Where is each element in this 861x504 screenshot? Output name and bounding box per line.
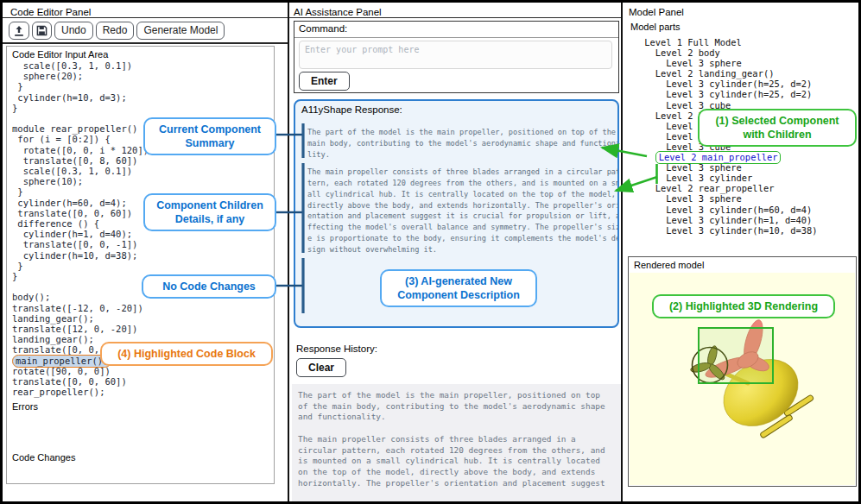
command-label: Command:: [299, 23, 347, 34]
response-paragraph-details: The main propeller consists of three bla…: [307, 167, 619, 255]
a11yshape-app-window: Code Editor Panel Undo Redo Generate Mod…: [0, 0, 861, 504]
code-changes-section-label: Code Changes: [12, 452, 274, 463]
command-section: Command: Enter: [294, 21, 619, 93]
model-panel-title: Model Panel: [629, 7, 684, 17]
response-history-label: Response History:: [296, 343, 377, 354]
code-editor-panel-title: Code Editor Panel: [10, 7, 91, 17]
redo-button[interactable]: Redo: [96, 22, 135, 40]
callout-highlighted-3d-rendering: (2) Highlighted 3D Rendering: [652, 294, 835, 318]
divider: [289, 17, 621, 19]
save-icon: [36, 25, 47, 36]
clear-button[interactable]: Clear: [296, 358, 346, 377]
divider: [3, 17, 288, 19]
divider: [294, 37, 618, 38]
rendered-model-label: Rendered model: [634, 260, 704, 270]
callout-component-children-details: Component Children Details, if any: [143, 193, 276, 231]
upload-button[interactable]: [9, 22, 29, 40]
a11yshape-response-label: A11yShape Response:: [301, 104, 402, 115]
ai-assistance-panel-title: AI Assistance Panel: [294, 7, 382, 17]
response-history-text: The part of the model is the main propel…: [298, 390, 621, 488]
prompt-input[interactable]: [299, 41, 612, 69]
response-paragraph-summary: The part of the model is the main propel…: [307, 127, 619, 161]
code-text-after: rotate([90, 0, 0]) translate([0, 0, 60])…: [12, 366, 127, 397]
rendered-model-section: Rendered model: [628, 256, 857, 487]
tree-items-after: Level 3 sphere Level 3 cylinder Level 2 …: [639, 162, 817, 236]
generate-model-button[interactable]: Generate Model: [136, 22, 225, 40]
code-editor-toolbar: Undo Redo Generate Model: [9, 22, 225, 40]
enter-button[interactable]: Enter: [299, 72, 350, 91]
save-button[interactable]: [32, 22, 52, 40]
callout-selected-component: (1) Selected Component with Children: [698, 109, 857, 147]
upload-icon: [13, 25, 25, 37]
panel-divider: [288, 3, 289, 501]
code-editor-input-area[interactable]: Code Editor Input Area scale([0.3, 1, 0.…: [6, 46, 275, 484]
callout-no-code-changes: No Code Changes: [142, 274, 276, 299]
callout-highlighted-code-block: (4) Highlighted Code Block: [100, 342, 273, 366]
undo-button[interactable]: Undo: [54, 22, 93, 40]
panel-divider: [621, 3, 623, 501]
code-editor-input-area-label: Code Editor Input Area: [12, 49, 274, 60]
callout-ai-generated-description: (3) AI-generated New Component Descripti…: [380, 269, 537, 307]
divider: [3, 42, 288, 44]
callout-current-component-summary: Current Component Summary: [143, 117, 276, 155]
code-text-before: scale([0.3, 1, 0.1]) sphere(20); } cylin…: [12, 60, 149, 355]
errors-section-label: Errors: [12, 401, 274, 412]
response-history-area[interactable]: The part of the model is the main propel…: [292, 384, 621, 501]
model-parts-label: Model parts: [630, 22, 680, 32]
render-highlight-rectangle: [699, 328, 773, 383]
